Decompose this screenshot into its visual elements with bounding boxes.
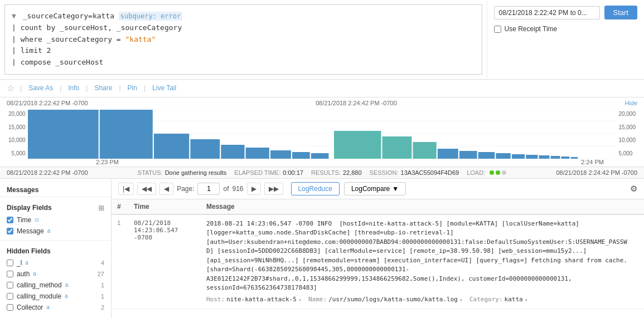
chart-body: 20,000 15,000 10,000 5,000	[0, 109, 644, 159]
field-message-name: Message	[17, 227, 44, 235]
svg-rect-7	[154, 134, 189, 159]
field-collector-checkbox[interactable]	[7, 304, 13, 311]
start-button[interactable]: Start	[604, 6, 637, 19]
field-calling-method-count: 1	[101, 282, 104, 288]
query-line-3: | where _sourceCategory = "katta"	[12, 34, 475, 46]
svg-rect-23	[539, 155, 549, 159]
expand-arrow[interactable]: ▼	[12, 12, 16, 20]
chart-x-labels: 2:23 PM 2:24 PM	[0, 159, 644, 167]
chart-area: 08/21/2018 2:22:42 PM -0700 08/21/2018 2…	[0, 97, 644, 167]
svg-rect-6	[99, 110, 152, 159]
pin-button[interactable]: Pin	[124, 83, 141, 93]
y-axis-left: 20,000 15,000 10,000 5,000	[7, 109, 28, 159]
query-line-1: ▼ _sourceCategory=katta subquery: error	[12, 11, 475, 22]
row-time: 08/21/201814:23:06.547 -0700	[128, 214, 201, 309]
date-range-row: Start	[494, 6, 637, 19]
status-bar: 08/21/2018 2:22:42 PM -0700 STATUS: Done…	[0, 167, 644, 179]
table-header-row: # Time Message	[112, 199, 644, 214]
gear-button[interactable]: ⚙	[630, 184, 637, 194]
query-area: ▼ _sourceCategory=katta subquery: error …	[0, 0, 644, 80]
host-link[interactable]: nite-katta-attack-5	[226, 295, 297, 305]
col-header-message: Message	[201, 199, 644, 214]
results-value: 22,880	[343, 169, 362, 176]
category-link[interactable]: katta	[505, 295, 523, 305]
hide-chart-button[interactable]: Hide	[624, 100, 637, 106]
svg-rect-11	[270, 150, 291, 159]
query-right-panel: Start Use Receipt Time	[487, 0, 644, 79]
live-tail-button[interactable]: Live Tail	[149, 83, 180, 93]
info-button[interactable]: Info	[65, 83, 83, 93]
svg-rect-18	[459, 151, 477, 159]
chart-header: 08/21/2018 2:22:42 PM -0700 08/21/2018 2…	[0, 97, 644, 109]
field-time-checkbox[interactable]	[7, 217, 13, 223]
svg-rect-14	[334, 131, 381, 159]
col-header-num: #	[112, 199, 128, 214]
chart-svg	[28, 109, 617, 159]
field-collector: Collector a 2	[0, 302, 111, 313]
query-line-4: | limit 2	[12, 45, 475, 57]
prev-page-button[interactable]: ◀	[159, 183, 173, 195]
next-page-button[interactable]: ▶	[247, 183, 261, 195]
results-label: RESULTS:	[311, 169, 341, 176]
svg-rect-24	[550, 156, 560, 159]
field-l-checkbox[interactable]	[7, 260, 13, 266]
field-collector-type: a	[46, 304, 50, 310]
first-page-button[interactable]: |◀	[118, 183, 134, 195]
field-auth-count: 27	[98, 271, 104, 277]
svg-rect-21	[511, 154, 524, 159]
query-editor[interactable]: ▼ _sourceCategory=katta subquery: error …	[4, 4, 482, 75]
chart-label-223: 2:23 PM	[96, 159, 119, 165]
field-auth-name: auth	[17, 270, 30, 278]
status-left-date: 08/21/2018 2:22:42 PM -0700	[7, 169, 88, 176]
chart-right-date: 08/21/2018 2:24:42 PM -0700	[316, 100, 397, 106]
receipt-time-row: Use Receipt Time	[494, 25, 558, 33]
field-calling-method-checkbox[interactable]	[7, 282, 13, 288]
total-pages: 916	[233, 185, 244, 193]
name-link[interactable]: /usr/sumo/logs/katta-sumo/katta.log	[328, 295, 458, 305]
table-row: 1 08/21/201814:23:06.547 -0700 2018-08-2…	[112, 214, 644, 309]
field-auth-checkbox[interactable]	[7, 271, 13, 277]
save-as-button[interactable]: Save As	[25, 83, 56, 93]
page-label: Page:	[177, 185, 194, 193]
messages-table: # Time Message 1 08/21/201814:23:06.547 …	[112, 199, 644, 318]
logredu-button[interactable]: LogReduce	[291, 182, 340, 195]
svg-rect-22	[526, 155, 538, 159]
receipt-time-checkbox[interactable]	[494, 26, 501, 33]
row-footer: Host: nite-katta-attack-5 ▾ Name: /usr/s…	[206, 293, 638, 305]
subquery-label: subquery: error	[119, 12, 182, 21]
svg-rect-20	[496, 153, 510, 159]
messages-section-header: Messages	[0, 183, 111, 197]
load-label: LOAD:	[467, 169, 485, 176]
bottom-panel: Messages Display Fields ⊞ Time ⊙ Message…	[0, 179, 644, 318]
query-line-2: | count by _sourceHost, _sourceCategory	[12, 22, 475, 34]
receipt-time-label: Use Receipt Time	[505, 25, 558, 33]
page-input[interactable]	[197, 183, 220, 195]
field-calling-module: calling_module a 1	[0, 291, 111, 302]
display-fields-icon[interactable]: ⊞	[98, 204, 104, 212]
next-next-page-button[interactable]: ▶▶	[264, 183, 283, 195]
display-fields-title: Display Fields ⊞	[0, 200, 111, 214]
svg-rect-8	[190, 139, 220, 159]
load-dots	[490, 170, 506, 175]
chart-label-224: 2:24 PM	[581, 159, 604, 165]
share-button[interactable]: Share	[91, 83, 115, 93]
category-item: Category: katta ▾	[469, 295, 528, 305]
svg-rect-10	[245, 148, 269, 159]
svg-rect-13	[311, 153, 328, 159]
y-axis-right: 20,000 15,000 10,000 5,000	[616, 109, 637, 159]
session-value: 13A3AC55094F4D69	[401, 169, 459, 176]
hidden-fields-title: Hidden Fields	[0, 244, 111, 257]
status-right-date: 08/21/2018 2:24:42 PM -0700	[556, 169, 637, 176]
field-calling-method-type: a	[65, 282, 69, 288]
field-time-type: ⊙	[35, 217, 39, 223]
field-message-checkbox[interactable]	[7, 228, 13, 234]
star-icon[interactable]: ☆	[7, 83, 14, 94]
logcompare-button[interactable]: LogCompare ▼	[344, 182, 406, 195]
toolbar: ☆ | Save As | Info | Share | Pin | Live …	[0, 80, 644, 97]
field-calling-module-checkbox[interactable]	[7, 293, 13, 300]
prev-prev-page-button[interactable]: ◀◀	[137, 183, 156, 195]
svg-rect-19	[478, 152, 495, 159]
svg-rect-16	[413, 142, 436, 159]
field-collector-count: 2	[101, 304, 104, 311]
date-range-input[interactable]	[494, 6, 600, 19]
